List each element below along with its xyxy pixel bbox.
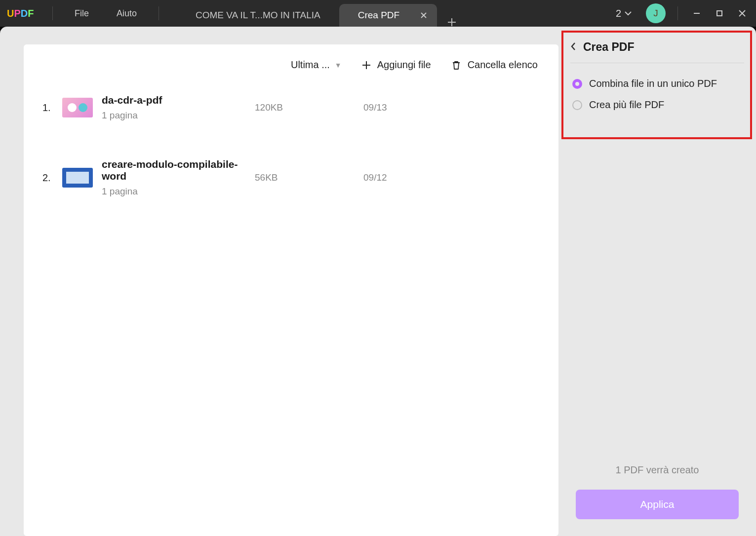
options-panel: Crea PDF Combina file in un unico PDF Cr… (558, 27, 756, 536)
menu-file[interactable]: File (61, 8, 103, 19)
content-area: Ultima ... ▼ Aggiungi file Cancella elen… (0, 27, 756, 536)
plus-icon (361, 60, 371, 70)
chevron-down-icon (624, 11, 632, 16)
file-list-panel: Ultima ... ▼ Aggiungi file Cancella elen… (0, 27, 558, 536)
add-file-button[interactable]: Aggiungi file (361, 59, 431, 71)
svg-text:UPDF: UPDF (7, 8, 34, 19)
close-tab-icon[interactable] (419, 11, 428, 20)
sort-dropdown[interactable]: Ultima ... ▼ (291, 59, 342, 71)
dropdown-icon: ▼ (335, 61, 342, 69)
file-index: 1. (42, 102, 62, 114)
apply-button[interactable]: Applica (576, 490, 739, 519)
option-multiple[interactable]: Crea più file PDF (572, 94, 744, 115)
back-button[interactable] (570, 41, 576, 53)
tab-strip: COME VA IL T...MO IN ITALIA Crea PDF (177, 0, 616, 27)
add-tab-button[interactable] (442, 18, 462, 27)
tab-document[interactable]: COME VA IL T...MO IN ITALIA (177, 4, 339, 27)
file-thumbnail (62, 98, 93, 117)
maximize-button[interactable] (713, 6, 726, 20)
file-row[interactable]: 1. da-cdr-a-pdf 1 pagina 120KB 09/13 (24, 85, 558, 130)
minimize-button[interactable] (690, 6, 704, 20)
file-date: 09/12 (363, 172, 387, 183)
chevron-left-icon (570, 41, 576, 51)
file-row[interactable]: 2. creare-modulo-compilabile-word 1 pagi… (24, 150, 558, 206)
trash-icon (451, 60, 462, 71)
option-combine[interactable]: Combina file in un unico PDF (572, 73, 744, 94)
menu-help[interactable]: Aiuto (103, 8, 151, 19)
radio-unselected-icon (572, 100, 582, 110)
tab-label: COME VA IL T...MO IN ITALIA (196, 10, 320, 21)
file-index: 2. (42, 172, 62, 184)
file-pages: 1 pagina (102, 110, 255, 121)
radio-selected-icon (572, 79, 582, 89)
tab-label: Crea PDF (358, 10, 399, 21)
app-logo: UPDF (7, 7, 36, 19)
close-window-button[interactable] (735, 6, 749, 20)
tab-create-pdf[interactable]: Crea PDF (339, 4, 437, 27)
file-name: da-cdr-a-pdf (102, 94, 255, 106)
clear-list-button[interactable]: Cancella elenco (451, 59, 538, 71)
file-toolbar: Ultima ... ▼ Aggiungi file Cancella elen… (24, 51, 558, 85)
user-avatar[interactable]: J (646, 3, 666, 23)
titlebar: UPDF File Aiuto COME VA IL T...MO IN ITA… (0, 0, 756, 27)
file-thumbnail (62, 168, 93, 188)
file-size: 56KB (255, 172, 363, 183)
svg-rect-6 (717, 11, 722, 16)
window-count[interactable]: 2 (616, 8, 632, 19)
file-name: creare-modulo-compilabile-word (102, 158, 255, 182)
file-pages: 1 pagina (102, 186, 255, 197)
file-date: 09/13 (363, 102, 387, 113)
panel-title: Crea PDF (583, 40, 635, 54)
output-summary: 1 PDF verrà creato (570, 464, 744, 476)
file-size: 120KB (255, 102, 363, 113)
